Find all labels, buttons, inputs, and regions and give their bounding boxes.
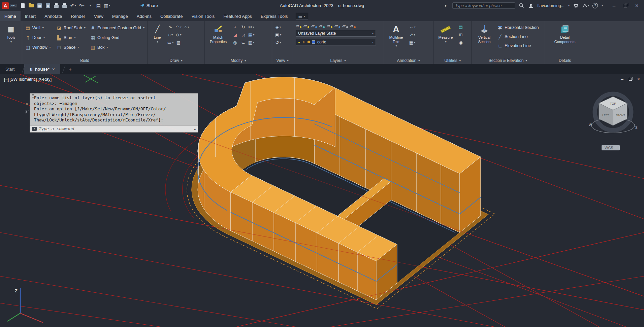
offset-button[interactable]: ⊂ — [240, 39, 247, 46]
viewport-close-button[interactable]: × — [637, 76, 640, 82]
open-button[interactable] — [28, 2, 34, 9]
polyline-button[interactable]: ∿ — [167, 24, 174, 30]
share-button[interactable]: Share — [140, 3, 158, 8]
help-button[interactable]: ? — [592, 3, 598, 8]
door-button[interactable]: ▯Door▾ — [25, 33, 54, 42]
arc-button[interactable]: ◠▾ — [175, 24, 182, 30]
view-panel-label[interactable]: View▾ — [272, 57, 293, 64]
tab-render[interactable]: Render — [66, 11, 90, 21]
command-input[interactable]: ▾ Type a command ▴ — [30, 125, 198, 133]
chevron-down-icon[interactable]: ▾ — [568, 4, 570, 7]
file-tab-start[interactable]: Start — [0, 64, 20, 74]
layer-thaw-sun-icon[interactable]: ☀ — [302, 40, 305, 44]
user-name[interactable]: flaviadoming... — [537, 3, 565, 8]
annotation-panel-label[interactable]: Annotation▾ — [383, 57, 433, 64]
command-close-icon[interactable]: × — [25, 101, 28, 106]
tab-vision-tools[interactable]: Vision Tools — [187, 11, 219, 21]
quick-calc-button[interactable]: ⊞ — [457, 31, 464, 38]
cart-button[interactable] — [573, 2, 579, 9]
detail-components-button[interactable]: Detail Components — [552, 23, 577, 44]
wrench-icon[interactable] — [25, 110, 29, 114]
layer-walk-button[interactable]: ▱ — [342, 23, 348, 28]
build-panel-label[interactable]: Build — [22, 57, 147, 64]
layer-dropdown[interactable]: ● ☀ corte ▾ — [296, 39, 376, 45]
draw-panel-label[interactable]: Draw▾ — [148, 57, 204, 64]
measure-button[interactable]: Measure ▾ — [437, 23, 455, 43]
user-account-button[interactable] — [528, 2, 534, 9]
layer-lock-icon[interactable] — [308, 41, 310, 43]
undo-button[interactable]: ↶▾ — [70, 2, 76, 9]
leader-button[interactable]: ↗▾ — [409, 31, 416, 38]
chevron-down-icon[interactable]: ▾ — [43, 36, 45, 39]
chevron-down-icon[interactable]: ▾ — [602, 4, 603, 7]
expand-arrow-icon[interactable]: ▸ — [443, 2, 449, 9]
match-properties-button[interactable]: Match Properties — [207, 23, 229, 44]
box-button[interactable]: ▧Box▾ — [90, 42, 144, 52]
tools-button[interactable]: ▦ Tools ▾ — [3, 23, 19, 43]
rotate-button[interactable]: ↻ — [240, 24, 247, 30]
point-button[interactable]: ∴▾ — [183, 24, 190, 30]
new-drawing-tab-button[interactable]: + — [65, 64, 76, 74]
wcs-button[interactable]: WCS ▾ — [602, 145, 620, 150]
minimize-button[interactable]: – — [608, 0, 620, 11]
collapse-arrow-icon[interactable]: ▴ — [194, 127, 196, 131]
chevron-down-icon[interactable]: ▾ — [107, 46, 108, 49]
tab-home[interactable]: Home — [0, 11, 21, 21]
rectangle-button[interactable]: ▭▾ — [167, 39, 174, 46]
save-as-button[interactable] — [45, 2, 51, 9]
plot-button[interactable] — [53, 2, 59, 9]
fillet-button[interactable]: ◎ — [232, 39, 238, 46]
window-button[interactable]: ◫Window▾ — [25, 42, 54, 52]
tab-collaborate[interactable]: Collaborate — [156, 11, 187, 21]
tab-annotate[interactable]: Annotate — [40, 11, 66, 21]
layer-lock-button[interactable]: ▱ — [319, 23, 325, 28]
autodesk-apps-button[interactable]: ▾ — [582, 2, 589, 9]
ellipse-button[interactable]: ⊙▾ — [175, 31, 182, 38]
layer-off-button[interactable]: ▱ — [311, 23, 317, 28]
view-style-button[interactable]: ◈▾ — [275, 24, 282, 30]
multiline-text-button[interactable]: A Multiline Text ▾ — [386, 23, 406, 47]
layers-panel-label[interactable]: Layers▾ — [293, 57, 383, 64]
layer-on-bulb-icon[interactable]: ● — [298, 40, 300, 44]
tab-insert[interactable]: Insert — [21, 11, 40, 21]
array-button[interactable]: ▦▾ — [248, 31, 255, 38]
move-button[interactable]: + — [232, 24, 238, 30]
search-input[interactable] — [452, 2, 515, 9]
chevron-down-icon[interactable]: ▾ — [42, 26, 44, 29]
export-button[interactable] — [62, 2, 68, 9]
hatch-button[interactable]: ▨ — [175, 39, 182, 46]
erase-button[interactable]: ◢ — [232, 31, 238, 38]
enhanced-custom-grid-button[interactable]: #Enhanced Custom Grid▾ — [90, 23, 144, 33]
qat-customize-button[interactable]: ▾ — [87, 2, 93, 9]
new-file-button[interactable] — [20, 2, 26, 9]
ribbon-display-options[interactable]: ▬ ▾ — [296, 13, 308, 20]
trim-button[interactable]: ✂▾ — [248, 24, 255, 30]
circle-button[interactable]: ○▾ — [167, 31, 174, 38]
command-customize-icon[interactable]: ▾ — [32, 127, 37, 131]
tab-addins[interactable]: Add-ins — [132, 11, 156, 21]
chevron-down-icon[interactable]: ▾ — [75, 4, 76, 7]
layer-state-dropdown[interactable]: Unsaved Layer State ▾ — [296, 30, 376, 37]
utilities-panel-label[interactable]: Utilities▾ — [434, 57, 471, 64]
save-button[interactable] — [36, 2, 42, 9]
tab-express-tools[interactable]: Express Tools — [256, 11, 292, 21]
stair-button[interactable]: ▙Stair▾ — [56, 33, 87, 42]
regen-button[interactable]: ↺▾ — [275, 39, 282, 46]
details-panel-label[interactable]: Details — [544, 57, 585, 64]
roof-slab-button[interactable]: ◪Roof Slab▾ — [56, 23, 87, 33]
chevron-down-icon[interactable]: ▾ — [74, 36, 76, 39]
viewport-menu-control[interactable]: [−] — [4, 77, 9, 82]
tab-featured-apps[interactable]: Featured Apps — [219, 11, 256, 21]
dimension-button[interactable]: ↔▾ — [409, 24, 416, 30]
maximize-button[interactable] — [620, 0, 631, 11]
close-button[interactable]: × — [631, 0, 643, 11]
command-grip-handle[interactable] — [30, 94, 34, 98]
line-button[interactable]: ╱ Line ▾ — [150, 23, 164, 43]
chevron-down-icon[interactable]: ▾ — [77, 46, 79, 49]
section-panel-label[interactable]: Section & Elevation▾ — [472, 57, 544, 64]
redo-button[interactable]: ↷▾ — [78, 2, 85, 9]
view-control[interactable]: [SW Isometric] — [9, 77, 37, 82]
vertical-section-button[interactable]: Vertical Section — [474, 23, 494, 44]
id-point-button[interactable]: ◉ — [457, 39, 464, 46]
workspace-icon[interactable]: ▥▾ — [104, 2, 110, 9]
